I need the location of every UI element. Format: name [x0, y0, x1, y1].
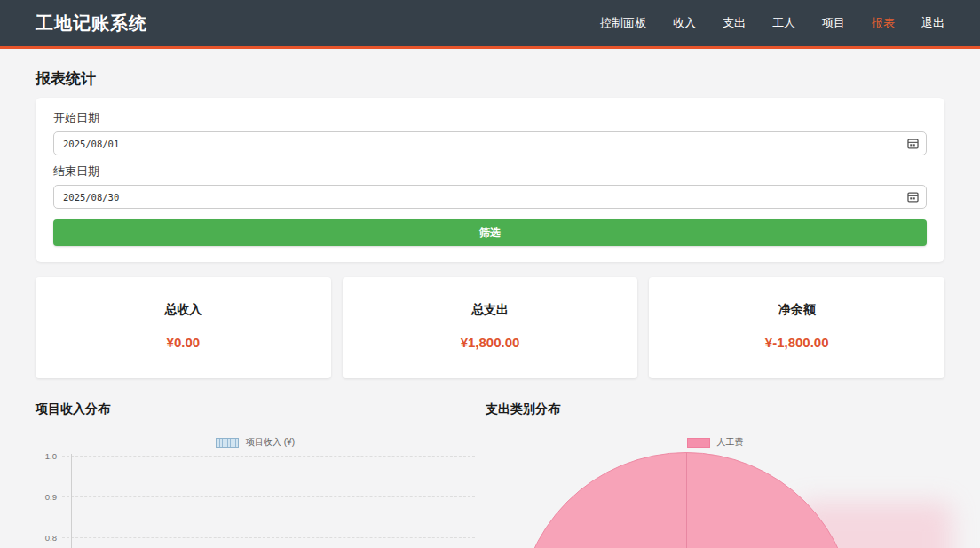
- date-filter-card: 开始日期 结束日期 筛选: [36, 98, 944, 262]
- top-navbar: 工地记账系统 控制面板 收入 支出 工人 项目 报表 退出: [0, 0, 980, 49]
- stat-value: ¥0.00: [36, 335, 331, 350]
- nav-item-income[interactable]: 收入: [673, 15, 696, 31]
- income-chart-section: 项目收入分布 项目收入 (¥) 1.0 0.9 0.8: [36, 378, 475, 548]
- bar-legend-label: 项目收入 (¥): [246, 436, 295, 449]
- income-bar-chart: 1.0 0.9 0.8: [36, 452, 475, 548]
- grid-line: [62, 537, 475, 538]
- filter-button[interactable]: 筛选: [53, 219, 927, 246]
- grid-line: [62, 496, 475, 497]
- grid-line: [62, 456, 475, 457]
- app-title: 工地记账系统: [36, 12, 147, 36]
- stat-card-total-income: 总收入 ¥0.00: [36, 277, 331, 378]
- start-date-field: [53, 131, 927, 155]
- pie-legend-label: 人工费: [717, 436, 744, 449]
- page-content: 报表统计 开始日期 结束日期 筛选 总收入: [0, 68, 980, 548]
- stat-title: 总支出: [343, 302, 638, 318]
- calendar-icon[interactable]: [907, 191, 919, 203]
- calendar-icon[interactable]: [907, 138, 919, 149]
- pie-slice-boundary: [686, 453, 687, 548]
- y-tick-label: 1.0: [36, 451, 57, 461]
- nav-item-workers[interactable]: 工人: [772, 15, 795, 31]
- stat-card-total-expense: 总支出 ¥1,800.00: [343, 277, 638, 378]
- stat-value: ¥1,800.00: [343, 335, 638, 350]
- expense-chart-title: 支出类别分布: [486, 401, 944, 417]
- income-chart-legend[interactable]: 项目收入 (¥): [36, 436, 475, 449]
- y-tick-label: 0.9: [36, 492, 57, 502]
- summary-stats-row: 总收入 ¥0.00 总支出 ¥1,800.00 净余额 ¥-1,800.00: [36, 277, 944, 378]
- end-date-label: 结束日期: [53, 163, 927, 179]
- nav-item-reports[interactable]: 报表: [872, 15, 895, 31]
- bar-legend-swatch: [216, 438, 239, 448]
- stat-value: ¥-1,800.00: [649, 335, 944, 350]
- y-axis-line: [71, 454, 72, 548]
- page-title: 报表统计: [36, 68, 944, 89]
- nav-item-logout[interactable]: 退出: [921, 15, 944, 31]
- main-nav: 控制面板 收入 支出 工人 项目 报表 退出: [600, 15, 944, 31]
- expense-chart-legend[interactable]: 人工费: [486, 436, 944, 449]
- start-date-label: 开始日期: [53, 110, 927, 126]
- start-date-input[interactable]: [53, 131, 927, 155]
- pie-slice-labor-cost[interactable]: [518, 452, 855, 548]
- stat-title: 总收入: [36, 302, 331, 318]
- expense-chart-section: 支出类别分布 人工费: [486, 378, 944, 548]
- y-tick-label: 0.8: [36, 533, 57, 543]
- stat-card-net-balance: 净余额 ¥-1,800.00: [649, 277, 944, 378]
- nav-item-projects[interactable]: 项目: [822, 15, 845, 31]
- nav-item-dashboard[interactable]: 控制面板: [600, 15, 646, 31]
- end-date-field: [53, 185, 927, 209]
- end-date-input[interactable]: [53, 185, 927, 209]
- expense-pie-chart: [486, 449, 944, 548]
- pie-legend-swatch: [687, 438, 710, 448]
- charts-row: 项目收入分布 项目收入 (¥) 1.0 0.9 0.8 支出类别分布 人工费: [36, 378, 944, 548]
- nav-item-expense[interactable]: 支出: [723, 15, 746, 31]
- income-chart-title: 项目收入分布: [36, 401, 475, 417]
- stat-title: 净余额: [649, 302, 944, 318]
